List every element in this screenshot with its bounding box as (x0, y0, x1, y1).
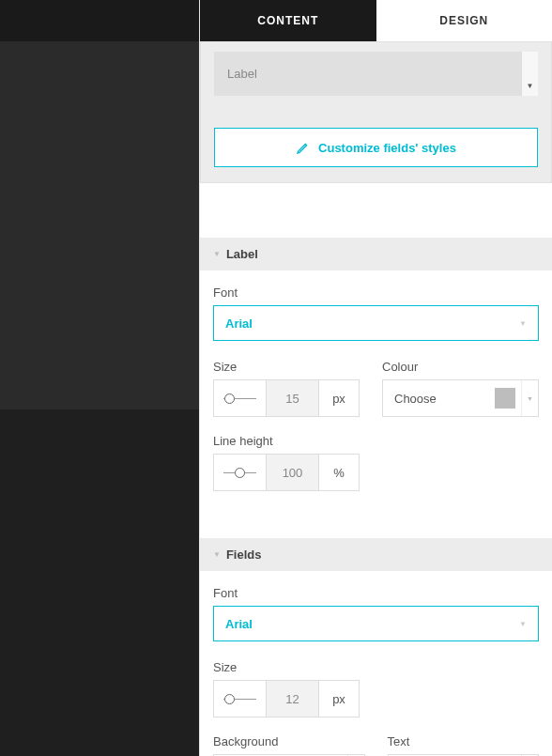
panel-tabs: CONTENT DESIGN (200, 0, 552, 41)
panel-scroll[interactable]: Label ▼ Customize fields' styles ▼ Label… (200, 41, 552, 756)
section-title-label: Label (226, 247, 258, 261)
label-colour-select[interactable]: Choose ▼ (382, 379, 539, 417)
label-lineheight-control: 100 % (213, 454, 360, 491)
label-font-select[interactable]: Arial ▼ (213, 305, 539, 341)
background-label: Background (213, 734, 365, 748)
sidebar-top (0, 0, 199, 41)
collapse-icon: ▼ (213, 550, 221, 559)
left-sidebar (0, 0, 199, 756)
slider-knob[interactable] (224, 393, 235, 404)
fields-font-select[interactable]: Arial ▼ (213, 606, 539, 641)
label-lineheight-slider[interactable] (214, 455, 267, 490)
fields-size-value[interactable]: 12 (267, 681, 319, 717)
chevron-down-icon: ▼ (519, 620, 527, 628)
slider-knob[interactable] (235, 468, 245, 478)
slider-knob[interactable] (224, 694, 235, 704)
label-size-unit: px (319, 380, 359, 416)
label-size-slider[interactable] (214, 380, 267, 416)
label-lineheight-unit: % (319, 455, 359, 490)
line-height-label: Line height (213, 434, 360, 448)
colour-label: Colour (382, 360, 539, 374)
section-header-label[interactable]: ▼ Label (200, 238, 552, 270)
section-header-fields[interactable]: ▼ Fields (200, 538, 552, 571)
design-panel: CONTENT DESIGN Label ▼ Customize fields'… (199, 0, 552, 756)
customize-fields-label: Customize fields' styles (318, 141, 456, 155)
size-label: Size (213, 360, 360, 374)
section-spacer (200, 512, 552, 538)
section-spacer (200, 183, 552, 238)
label-font-value: Arial (225, 316, 253, 331)
fields-font-value: Arial (225, 617, 253, 631)
top-fields-area: Label ▼ Customize fields' styles (200, 41, 552, 183)
fields-size-unit: px (319, 681, 359, 717)
label-dropdown-toggle[interactable]: ▼ (521, 52, 538, 96)
fields-size-slider[interactable] (214, 681, 267, 717)
label-colour-value: Choose (383, 392, 495, 406)
fields-size-control: 12 px (213, 680, 360, 717)
section-title-fields: Fields (226, 548, 262, 562)
tab-design[interactable]: DESIGN (376, 0, 553, 41)
label-input-wrap: Label ▼ (214, 52, 538, 96)
chevron-down-icon: ▼ (519, 319, 527, 328)
collapse-icon: ▼ (213, 250, 221, 258)
label-size-control: 15 px (213, 379, 360, 417)
sidebar-bottom (0, 409, 199, 756)
label-lineheight-value[interactable]: 100 (267, 455, 319, 490)
sidebar-mid (0, 41, 199, 409)
customize-fields-button[interactable]: Customize fields' styles (214, 128, 538, 167)
pencil-icon (296, 140, 311, 155)
chevron-down-icon: ▼ (521, 380, 538, 416)
size-label: Size (213, 660, 360, 674)
font-label: Font (213, 285, 539, 300)
section-body-fields: Font Arial ▼ Size 12 px Background (200, 571, 552, 756)
section-body-label: Font Arial ▼ Size 15 px Colour Ch (200, 270, 552, 512)
label-size-value[interactable]: 15 (267, 380, 319, 416)
colour-swatch (495, 388, 515, 409)
text-label: Text (388, 734, 540, 748)
tab-content[interactable]: CONTENT (200, 0, 376, 41)
font-label: Font (213, 586, 539, 600)
label-input[interactable]: Label (214, 52, 521, 96)
